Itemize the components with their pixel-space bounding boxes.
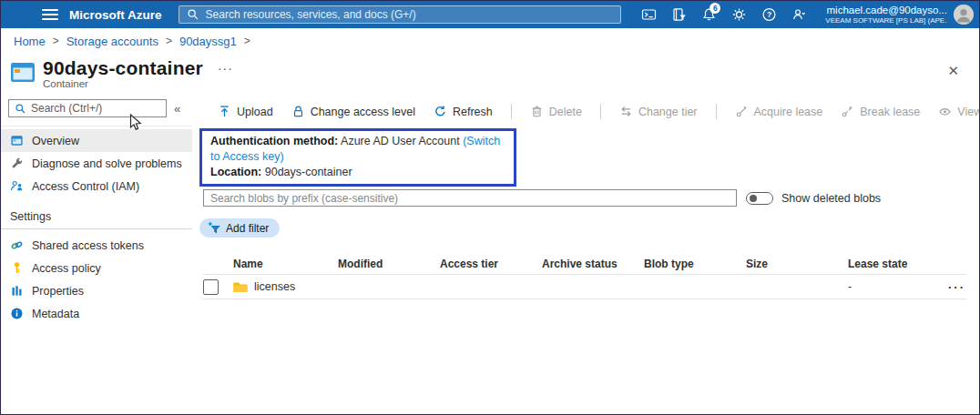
- column-name[interactable]: Name: [233, 258, 338, 270]
- column-archive-status[interactable]: Archive status: [542, 258, 644, 270]
- info-icon: [10, 307, 24, 320]
- page-more-icon[interactable]: ···: [218, 61, 233, 76]
- toggle-knob: [750, 195, 757, 202]
- notifications-bell-icon[interactable]: 6: [694, 1, 724, 28]
- user-email: michael.cade@90dayso...: [825, 4, 947, 16]
- breadcrumb-home[interactable]: Home: [14, 35, 46, 48]
- toolbar-separator: [600, 104, 601, 119]
- container-content: Upload Change access level Refresh Delet…: [192, 92, 980, 415]
- add-filter-button[interactable]: Add filter: [199, 218, 280, 238]
- auth-method-label: Authentication method:: [210, 135, 338, 147]
- user-avatar[interactable]: [954, 5, 974, 25]
- wrench-icon: [10, 157, 24, 170]
- resource-menu: « Overview Diagnose and solve problems A…: [1, 92, 192, 415]
- sidebar-item-access-policy[interactable]: Access policy: [1, 257, 192, 279]
- view-snapshots-button[interactable]: View snapshots: [938, 105, 980, 118]
- delete-button[interactable]: Delete: [530, 105, 582, 118]
- notification-count-badge: 6: [709, 3, 720, 14]
- search-icon: [187, 8, 199, 21]
- sidebar-item-shared-access-tokens[interactable]: Shared access tokens: [1, 234, 192, 257]
- topbar-icons: 6 ?: [634, 1, 814, 28]
- column-size[interactable]: Size: [746, 258, 848, 270]
- sidebar-item-diagnose[interactable]: Diagnose and solve problems: [1, 152, 192, 175]
- toolbar-separator: [716, 104, 717, 119]
- svg-text:?: ?: [767, 10, 771, 19]
- location-label: Location:: [210, 166, 261, 178]
- breadcrumb-separator: >: [158, 35, 179, 47]
- global-search[interactable]: [179, 5, 622, 24]
- azure-brand[interactable]: Microsoft Azure: [69, 8, 162, 22]
- access-control-icon: [10, 179, 24, 193]
- location-value: 90days-container: [261, 166, 352, 178]
- menu-search-input[interactable]: [31, 102, 160, 115]
- column-modified[interactable]: Modified: [338, 258, 440, 270]
- sidebar-item-properties[interactable]: Properties: [1, 279, 192, 302]
- topbar: Microsoft Azure 6 ? michael.cade@90dayso…: [1, 1, 979, 28]
- acquire-lease-button[interactable]: Acquire lease: [735, 105, 823, 118]
- user-tenant: VEEAM SOFTWARE [PS LAB] (APE...: [825, 16, 947, 25]
- lease-pen-icon: [735, 105, 749, 118]
- key-icon: [10, 261, 24, 275]
- location-line: Location: 90days-container: [210, 165, 505, 180]
- sidebar-item-metadata[interactable]: Metadata: [1, 302, 192, 325]
- blob-prefix-search[interactable]: [203, 189, 737, 207]
- directory-filter-icon[interactable]: [664, 1, 694, 28]
- breadcrumb-storage-accounts[interactable]: Storage accounts: [66, 35, 158, 48]
- blob-name[interactable]: licenses: [254, 280, 295, 293]
- settings-section-header: Settings: [1, 197, 192, 227]
- sidebar-item-label: Shared access tokens: [32, 239, 144, 252]
- help-icon[interactable]: ?: [754, 1, 784, 28]
- toolbar-separator: [511, 104, 512, 119]
- refresh-button[interactable]: Refresh: [434, 105, 493, 118]
- settings-gear-icon[interactable]: [724, 1, 754, 28]
- eye-icon: [938, 105, 952, 118]
- blob-prefix-search-input[interactable]: [210, 192, 730, 205]
- account-info[interactable]: michael.cade@90dayso... VEEAM SOFTWARE […: [825, 4, 947, 25]
- change-access-level-button[interactable]: Change access level: [291, 105, 415, 118]
- lock-icon: [291, 105, 305, 118]
- sidebar-item-label: Access Control (IAM): [32, 180, 139, 193]
- refresh-icon: [434, 105, 447, 118]
- page-title: 90days-container: [43, 57, 203, 79]
- sidebar-item-label: Metadata: [32, 308, 79, 320]
- break-lease-icon: [841, 105, 854, 118]
- upload-button[interactable]: Upload: [218, 105, 273, 118]
- upload-icon: [218, 105, 231, 118]
- column-lease-state[interactable]: Lease state: [848, 258, 948, 270]
- blob-list-header: Name Modified Access tier Archive status…: [203, 254, 966, 274]
- cloud-shell-icon[interactable]: [634, 1, 664, 28]
- column-access-tier[interactable]: Access tier: [440, 258, 542, 270]
- container-icon: [10, 59, 36, 85]
- authentication-info-box: Authentication method: Azure AD User Acc…: [199, 128, 516, 187]
- page-subtitle: Container: [43, 78, 968, 89]
- search-icon: [15, 103, 26, 115]
- row-menu-icon[interactable]: ···: [948, 280, 976, 294]
- add-filter-icon: [208, 221, 221, 235]
- breadcrumb: Home > Storage accounts > 90dayssg1 >: [1, 28, 979, 54]
- divider: [1, 228, 192, 229]
- sidebar-item-overview[interactable]: Overview: [1, 129, 192, 152]
- break-lease-button[interactable]: Break lease: [841, 105, 920, 118]
- breadcrumb-separator: >: [46, 35, 66, 47]
- show-deleted-blobs-toggle[interactable]: [746, 192, 773, 205]
- change-tier-button[interactable]: Change tier: [619, 105, 698, 118]
- menu-search[interactable]: [8, 99, 167, 117]
- sidebar-item-label: Overview: [32, 135, 79, 147]
- collapse-menu-icon[interactable]: «: [174, 102, 180, 116]
- auth-method-value: Azure AD User Account: [338, 135, 463, 147]
- blob-list: Name Modified Access tier Archive status…: [203, 254, 966, 299]
- hamburger-menu-icon[interactable]: [42, 6, 58, 23]
- global-search-input[interactable]: [206, 8, 614, 21]
- breadcrumb-separator: >: [237, 35, 258, 47]
- column-blob-type[interactable]: Blob type: [644, 258, 746, 270]
- properties-icon: [10, 284, 24, 298]
- close-icon[interactable]: ✕: [947, 63, 959, 79]
- page-header: 90days-container ··· Container ✕: [1, 54, 979, 92]
- table-row[interactable]: licenses - ···: [203, 274, 966, 299]
- row-checkbox[interactable]: [203, 279, 219, 295]
- feedback-icon[interactable]: [784, 1, 814, 28]
- breadcrumb-storage-account[interactable]: 90dayssg1: [179, 35, 237, 48]
- trash-icon: [530, 105, 544, 118]
- cell-lease-state: -: [848, 280, 948, 293]
- sidebar-item-access-control-iam[interactable]: Access Control (IAM): [1, 175, 192, 197]
